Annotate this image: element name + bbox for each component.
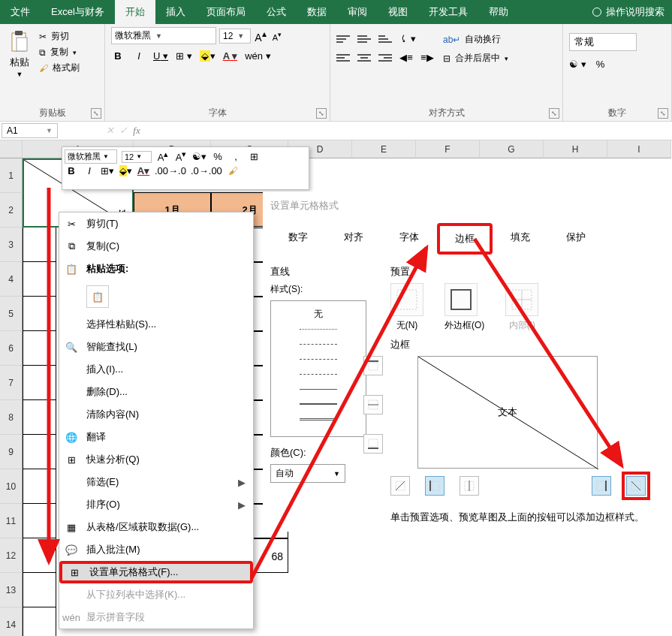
style-dashed-thin[interactable] xyxy=(276,337,361,351)
font-name-select[interactable]: 微软雅黑▼ xyxy=(111,27,216,44)
align-bottom-icon[interactable] xyxy=(378,34,392,44)
increase-indent-icon[interactable]: ≡▶ xyxy=(420,52,434,63)
preset-outer-button[interactable] xyxy=(444,283,478,316)
align-top-icon[interactable] xyxy=(336,34,350,44)
ribbon-tab-7[interactable]: 审阅 xyxy=(337,0,378,24)
font-color-button[interactable]: A ▾ xyxy=(223,50,238,62)
increase-font-icon[interactable]: A▴ xyxy=(254,29,267,44)
copy-button[interactable]: ⧉复制▾ xyxy=(39,46,80,59)
fx-icon[interactable]: fx xyxy=(130,125,143,137)
ctx-get-data[interactable]: ▦从表格/区域获取数据(G)... xyxy=(59,516,253,538)
italic-button[interactable]: I xyxy=(132,50,146,62)
preset-none-button[interactable] xyxy=(390,283,423,316)
mini-percent-icon[interactable]: % xyxy=(211,151,225,162)
preset-inner-button[interactable] xyxy=(505,283,538,316)
cell-a12[interactable] xyxy=(23,538,56,573)
dialog-tab-0[interactable]: 数字 xyxy=(270,223,326,255)
align-left-icon[interactable] xyxy=(336,53,350,63)
ribbon-tab-3[interactable]: 插入 xyxy=(155,0,196,24)
style-none[interactable]: 无 xyxy=(276,307,361,321)
alignment-launcher-icon[interactable]: ⤡ xyxy=(549,108,559,119)
format-painter-button[interactable]: 🖌格式刷 xyxy=(39,62,80,74)
paste-button[interactable]: 粘贴 ▼ xyxy=(6,27,33,102)
ribbon-tab-5[interactable]: 公式 xyxy=(256,0,297,24)
cut-button[interactable]: ✂剪切 xyxy=(39,30,80,43)
dialog-tab-1[interactable]: 对齐 xyxy=(326,223,381,255)
ctx-quick-analysis[interactable]: ⊞快速分析(Q) xyxy=(59,448,253,471)
line-style-list[interactable]: 无 xyxy=(270,300,366,437)
row-header-5[interactable]: 5 xyxy=(0,297,23,331)
cell-a7[interactable] xyxy=(23,366,56,400)
cell-a6[interactable] xyxy=(23,331,56,366)
dialog-tab-4[interactable]: 填充 xyxy=(493,223,548,255)
number-launcher-icon[interactable]: ⤡ xyxy=(658,108,668,119)
mini-increase-font-icon[interactable]: A▴ xyxy=(156,149,170,163)
font-launcher-icon[interactable]: ⤡ xyxy=(316,108,327,119)
style-medium[interactable] xyxy=(276,397,361,411)
currency-button[interactable]: ☯ ▾ xyxy=(569,59,586,70)
style-dotted[interactable] xyxy=(276,322,361,336)
style-dashdot[interactable] xyxy=(276,352,361,366)
mini-size-select[interactable]: 12▼ xyxy=(122,151,152,163)
cell-a9[interactable] xyxy=(23,435,56,469)
mini-brush-icon[interactable]: 🖌 xyxy=(227,165,240,176)
mini-fill-icon[interactable]: ⬙▾ xyxy=(119,165,132,176)
ribbon-tab-6[interactable]: 数据 xyxy=(297,0,337,24)
orientation-button[interactable]: ⤹ ▾ xyxy=(399,33,416,44)
mini-font-select[interactable]: 微软雅黑▼ xyxy=(65,149,117,164)
paste-option-icon[interactable]: 📋 xyxy=(86,285,109,308)
row-header-3[interactable]: 3 xyxy=(0,228,23,262)
fill-color-button[interactable]: ⬙▾ xyxy=(200,50,215,62)
wrap-text-button[interactable]: ab↵自动换行 xyxy=(443,33,508,46)
mini-comma-icon[interactable]: , xyxy=(229,151,243,162)
ctx-copy[interactable]: ⧉复制(C) xyxy=(59,235,253,258)
ribbon-tab-1[interactable]: Excel与财务 xyxy=(41,0,115,24)
bold-button[interactable]: B xyxy=(111,50,125,62)
col-header-H[interactable]: H xyxy=(544,140,607,158)
mini-font-color-icon[interactable]: A▾ xyxy=(137,165,150,176)
ribbon-tab-2[interactable]: 开始 xyxy=(115,0,155,24)
cell-a3[interactable] xyxy=(23,228,56,262)
ribbon-tab-0[interactable]: 文件 xyxy=(0,0,41,24)
cell-a10[interactable] xyxy=(23,469,56,504)
col-header-I[interactable]: I xyxy=(607,140,671,158)
mini-inc-decimal-icon[interactable]: .0→.00 xyxy=(191,165,222,176)
row-header-8[interactable]: 8 xyxy=(0,400,23,435)
row-header-13[interactable]: 13 xyxy=(0,573,23,607)
help-search[interactable]: 操作说明搜索 xyxy=(606,5,664,19)
mini-format-painter-icon[interactable]: ⊞ xyxy=(247,151,261,162)
ctx-format-cells[interactable]: ⊞设置单元格格式(F)... xyxy=(59,561,253,583)
number-format-select[interactable]: 常规 xyxy=(569,33,637,51)
name-box[interactable]: A1▼ xyxy=(2,123,58,138)
row-header-1[interactable]: 1 xyxy=(0,158,23,193)
ribbon-tab-4[interactable]: 页面布局 xyxy=(196,0,256,24)
mini-bold-button[interactable]: B xyxy=(65,165,78,176)
ribbon-tab-10[interactable]: 帮助 xyxy=(478,0,519,24)
decrease-indent-icon[interactable]: ◀≡ xyxy=(399,52,413,63)
cell-a13[interactable] xyxy=(23,573,56,607)
cell-a11[interactable] xyxy=(23,504,56,538)
cancel-icon[interactable]: ✕ xyxy=(103,125,116,137)
cell-a14[interactable] xyxy=(23,607,56,636)
row-header-12[interactable]: 12 xyxy=(0,538,23,573)
ribbon-tab-8[interactable]: 视图 xyxy=(378,0,418,24)
ctx-smart-lookup[interactable]: 🔍智能查找(L) xyxy=(59,336,253,358)
color-select[interactable]: 自动▼ xyxy=(270,464,345,483)
percent-button[interactable]: % xyxy=(594,59,607,70)
border-mid-h-button[interactable] xyxy=(363,395,383,414)
enter-icon[interactable]: ✓ xyxy=(116,125,130,137)
row-header-9[interactable]: 9 xyxy=(0,435,23,469)
cell-a8[interactable] xyxy=(23,400,56,435)
row-header-4[interactable]: 4 xyxy=(0,262,23,297)
row-header-6[interactable]: 6 xyxy=(0,331,23,366)
ribbon-tab-9[interactable]: 开发工具 xyxy=(418,0,478,24)
phonetic-button[interactable]: wén ▾ xyxy=(245,50,270,62)
border-button[interactable]: ⊞ ▾ xyxy=(176,50,192,62)
ctx-translate[interactable]: 🌐翻译 xyxy=(59,426,253,448)
border-diag-up-button[interactable] xyxy=(390,476,410,496)
decrease-font-icon[interactable]: A▾ xyxy=(270,30,284,42)
cell-a4[interactable] xyxy=(23,262,56,297)
row-header-2[interactable]: 2 xyxy=(0,193,23,228)
mini-dec-decimal-icon[interactable]: .00→.0 xyxy=(155,165,186,176)
border-mid-v-button[interactable] xyxy=(460,476,479,496)
